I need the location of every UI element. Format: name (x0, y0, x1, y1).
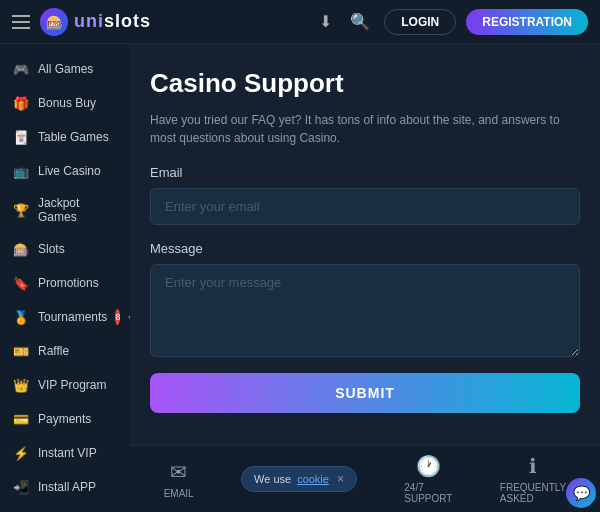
footer-email[interactable]: ✉ EMAIL (164, 460, 194, 499)
sidebar-item-all-games[interactable]: 🎮 All Games (0, 52, 130, 86)
sidebar-item-label: Table Games (38, 130, 118, 144)
sidebar-item-label: Payments (38, 412, 118, 426)
footer-24-7-label: 24/7SUPPORT (404, 482, 452, 504)
cookie-notice-text: We use (254, 473, 291, 485)
sidebar-item-slots[interactable]: 🎰 Slots (0, 232, 130, 266)
cookie-notice: We use cookie × (241, 466, 357, 492)
chat-icon: 💬 (573, 485, 590, 501)
logo-text: unislots (74, 11, 151, 32)
vip-program-icon: 👑 (12, 376, 30, 394)
promotions-icon: 🔖 (12, 274, 30, 292)
logo-icon: 🎰 (40, 8, 68, 36)
footer-faq[interactable]: ℹ FREQUENTLYASKED (500, 454, 567, 504)
email-label: Email (150, 165, 580, 180)
email-input[interactable] (150, 188, 580, 225)
message-label: Message (150, 241, 580, 256)
message-textarea[interactable] (150, 264, 580, 357)
tournaments-icon: 🏅 (12, 308, 30, 326)
faq-icon: ℹ (529, 454, 537, 478)
cookie-close-button[interactable]: × (337, 472, 344, 486)
sidebar-item-label: Slots (38, 242, 118, 256)
page-description: Have you tried our FAQ yet? It has tons … (150, 111, 580, 147)
sidebar-item-raffle[interactable]: 🎫 Raffle (0, 334, 130, 368)
footer-strip: ✉ EMAIL We use cookie × 🕐 24/7SUPPORT ℹ … (130, 445, 600, 512)
sidebar-item-label: Raffle (38, 344, 118, 358)
sidebar-item-vip-program[interactable]: 👑 VIP Program (0, 368, 130, 402)
sidebar-item-label: Tournaments (38, 310, 107, 324)
sidebar-item-label: All Games (38, 62, 118, 76)
chat-bubble-button[interactable]: 💬 (566, 478, 596, 508)
sidebar-item-label: Promotions (38, 276, 118, 290)
email-icon: ✉ (170, 460, 187, 484)
header-left: 🎰 unislots (12, 8, 151, 36)
register-button[interactable]: REGISTRATION (466, 9, 588, 35)
table-games-icon: 🃏 (12, 128, 30, 146)
download-icon[interactable]: ⬇ (315, 8, 336, 35)
all-games-icon: 🎮 (12, 60, 30, 78)
sidebar-item-payments[interactable]: 💳 Payments (0, 402, 130, 436)
raffle-icon: 🎫 (12, 342, 30, 360)
jackpot-games-icon: 🏆 (12, 201, 30, 219)
content-wrapper: Casino Support Have you tried our FAQ ye… (130, 44, 600, 512)
sidebar: 🎮 All Games 🎁 Bonus Buy 🃏 Table Games 📺 … (0, 44, 130, 512)
instant-vip-icon: ⚡ (12, 444, 30, 462)
bonus-buy-icon: 🎁 (12, 94, 30, 112)
page-title: Casino Support (150, 68, 580, 99)
search-icon[interactable]: 🔍 (346, 8, 374, 35)
footer-24-7[interactable]: 🕐 24/7SUPPORT (404, 454, 452, 504)
sidebar-item-install-app-2[interactable]: 📱 Install App (0, 504, 130, 512)
sidebar-item-tournaments[interactable]: 🏅 Tournaments 8 ▾ (0, 300, 130, 334)
install-app-icon: 📲 (12, 478, 30, 496)
sidebar-item-label: Jackpot Games (38, 196, 118, 224)
sidebar-item-jackpot-games[interactable]: 🏆 Jackpot Games (0, 188, 130, 232)
sidebar-item-live-casino[interactable]: 📺 Live Casino (0, 154, 130, 188)
footer-faq-label: FREQUENTLYASKED (500, 482, 567, 504)
sidebar-item-instant-vip[interactable]: ⚡ Instant VIP (0, 436, 130, 470)
header: 🎰 unislots ⬇ 🔍 LOGIN REGISTRATION (0, 0, 600, 44)
sidebar-item-label: Bonus Buy (38, 96, 118, 110)
sidebar-item-install-app-1[interactable]: 📲 Install APP (0, 470, 130, 504)
footer-email-label: EMAIL (164, 488, 194, 499)
support-24-icon: 🕐 (416, 454, 441, 478)
header-right: ⬇ 🔍 LOGIN REGISTRATION (315, 8, 588, 35)
sidebar-item-promotions[interactable]: 🔖 Promotions (0, 266, 130, 300)
live-casino-icon: 📺 (12, 162, 30, 180)
sidebar-item-table-games[interactable]: 🃏 Table Games (0, 120, 130, 154)
tournaments-badge: 8 (115, 309, 120, 325)
payments-icon: 💳 (12, 410, 30, 428)
sidebar-item-label: Install APP (38, 480, 118, 494)
login-button[interactable]: LOGIN (384, 9, 456, 35)
sidebar-item-bonus-buy[interactable]: 🎁 Bonus Buy (0, 86, 130, 120)
sidebar-item-label: Instant VIP (38, 446, 118, 460)
submit-button[interactable]: SUBMIT (150, 373, 580, 413)
hamburger-menu[interactable] (12, 15, 30, 29)
sidebar-item-label: VIP Program (38, 378, 118, 392)
slots-icon: 🎰 (12, 240, 30, 258)
cookie-link[interactable]: cookie (297, 473, 329, 485)
logo[interactable]: 🎰 unislots (40, 8, 151, 36)
main-layout: 🎮 All Games 🎁 Bonus Buy 🃏 Table Games 📺 … (0, 44, 600, 512)
sidebar-item-label: Live Casino (38, 164, 118, 178)
main-content: Casino Support Have you tried our FAQ ye… (130, 44, 600, 445)
